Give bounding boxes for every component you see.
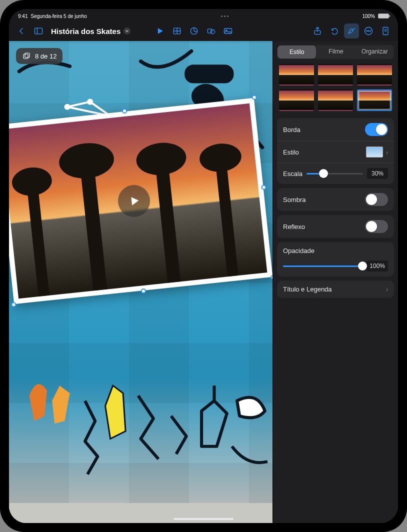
style-preset-3[interactable]	[357, 64, 392, 86]
document-title[interactable]: História dos Skates	[51, 27, 130, 36]
svg-point-29	[10, 166, 53, 198]
style-preset-2[interactable]	[318, 64, 353, 86]
document-settings-button[interactable]	[378, 24, 393, 38]
insert-table-button[interactable]	[170, 24, 184, 38]
home-indicator[interactable]	[174, 518, 234, 520]
svg-point-33	[134, 140, 188, 178]
sidebar-toggle-button[interactable]	[31, 24, 46, 38]
chevron-down-icon	[124, 28, 130, 34]
border-toggle[interactable]	[365, 123, 388, 136]
svg-rect-0	[35, 28, 42, 34]
svg-rect-34	[216, 161, 238, 276]
scale-label: Escala	[283, 170, 302, 178]
svg-rect-38	[25, 53, 30, 58]
slide-canvas[interactable]: 8 de 12	[9, 41, 272, 523]
svg-marker-36	[132, 196, 140, 206]
border-label: Borda	[283, 126, 300, 134]
style-preset-6[interactable]	[357, 90, 392, 111]
border-panel: Borda Estilo › Escala	[277, 118, 394, 184]
scale-value[interactable]: 30%	[367, 168, 388, 179]
border-style-swatch	[366, 146, 383, 158]
tab-arrange[interactable]: Organizar	[356, 45, 394, 59]
insert-chart-button[interactable]	[186, 24, 202, 38]
status-bar: 9:41 Segunda-feira 5 de junho 100%	[9, 11, 398, 21]
battery-percent: 100%	[362, 14, 375, 19]
svg-rect-30	[80, 165, 107, 291]
svg-point-14	[366, 30, 368, 32]
border-style-label: Estilo	[283, 148, 299, 156]
style-preset-5[interactable]	[318, 90, 353, 111]
tab-movie[interactable]: Filme	[316, 45, 355, 59]
tab-style[interactable]: Estilo	[278, 46, 316, 58]
style-preset-grid	[273, 63, 398, 116]
chevron-right-icon: ›	[386, 286, 388, 293]
svg-rect-37	[24, 54, 28, 58]
svg-point-16	[370, 30, 371, 32]
inspector-tabs: Estilo Filme Organizar	[277, 45, 394, 59]
svg-line-12	[353, 28, 355, 30]
format-inspector-button[interactable]	[344, 24, 359, 38]
format-inspector: Estilo Filme Organizar Borda	[272, 41, 398, 523]
svg-rect-9	[224, 28, 232, 34]
insert-media-button[interactable]	[220, 24, 236, 38]
video-object[interactable]	[9, 104, 267, 298]
shadow-toggle[interactable]	[365, 193, 388, 206]
svg-rect-28	[27, 186, 50, 296]
shadow-label: Sombra	[283, 196, 306, 204]
status-date: Segunda-feira 5 de junho	[30, 14, 86, 19]
svg-rect-20	[186, 66, 232, 82]
svg-rect-32	[155, 162, 180, 282]
multitask-dots[interactable]	[221, 16, 228, 17]
title-caption-label: Título e Legenda	[283, 286, 332, 293]
title-caption-row[interactable]: Título e Legenda ›	[277, 280, 394, 298]
undo-button[interactable]	[327, 24, 342, 38]
play-presentation-button[interactable]	[152, 24, 168, 38]
border-style-row[interactable]: Estilo ›	[277, 142, 394, 163]
opacity-value[interactable]: 100%	[366, 260, 388, 272]
chevron-right-icon: ›	[386, 148, 388, 156]
svg-point-15	[368, 30, 369, 32]
style-preset-4[interactable]	[279, 90, 314, 111]
slides-icon	[22, 52, 31, 60]
share-button[interactable]	[310, 24, 325, 38]
svg-point-8	[210, 30, 214, 34]
toolbar: História dos Skates	[9, 21, 398, 41]
svg-rect-7	[208, 29, 212, 33]
scale-slider[interactable]	[306, 173, 363, 174]
slide-indicator-badge[interactable]: 8 de 12	[16, 48, 62, 64]
svg-marker-2	[158, 28, 163, 34]
reflection-toggle[interactable]	[365, 220, 388, 233]
opacity-slider[interactable]	[283, 266, 362, 267]
svg-point-31	[58, 140, 116, 181]
slide-indicator-label: 8 de 12	[35, 52, 56, 60]
more-button[interactable]	[361, 24, 376, 38]
opacity-label: Opacidade	[283, 247, 314, 254]
svg-point-35	[198, 142, 242, 174]
style-preset-1[interactable]	[279, 64, 314, 86]
status-time: 9:41	[18, 14, 28, 19]
document-title-label: História dos Skates	[51, 27, 120, 36]
back-button[interactable]	[14, 24, 29, 38]
svg-line-24	[68, 102, 90, 107]
reflection-label: Reflexo	[283, 223, 305, 230]
battery-icon	[378, 14, 389, 18]
insert-shape-button[interactable]	[204, 24, 218, 38]
